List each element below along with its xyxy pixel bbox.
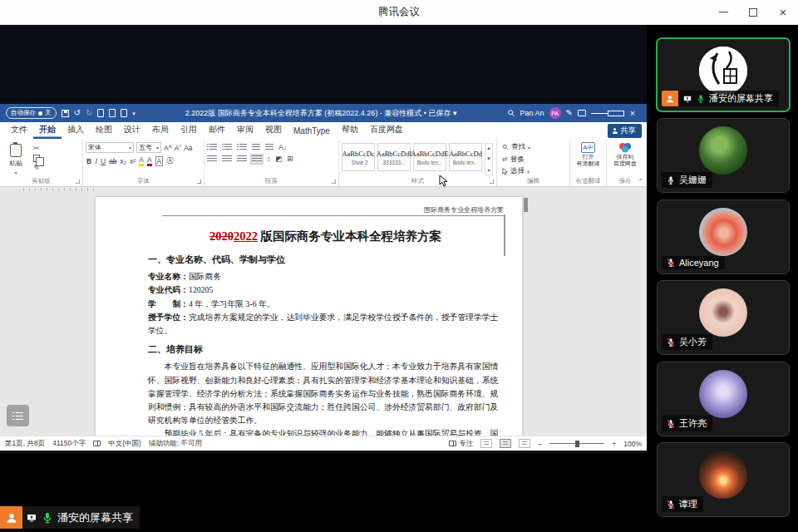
select-button[interactable]: 选择▾ xyxy=(502,166,567,176)
styles-dialog-launcher[interactable] xyxy=(490,180,494,184)
align-left-icon[interactable] xyxy=(207,155,217,163)
font-color-button[interactable]: A xyxy=(147,155,152,166)
word-restore-button[interactable] xyxy=(608,109,624,118)
font-name-combobox[interactable]: 宋体▾ xyxy=(86,142,134,153)
user-avatar[interactable]: PA xyxy=(549,107,561,119)
copy-icon[interactable] xyxy=(33,155,40,162)
participant-tile[interactable]: 潘安的屏幕共享 xyxy=(656,37,791,112)
sort-icon[interactable]: A↓ xyxy=(278,143,287,151)
paste-button[interactable]: 粘贴 ▾ xyxy=(2,142,29,175)
word-minimize-button[interactable] xyxy=(591,109,608,118)
read-mode-button[interactable] xyxy=(480,439,492,448)
youdao-open-button[interactable]: 打开 有道翻译 xyxy=(577,154,600,167)
tab-design[interactable]: 设计 xyxy=(118,121,146,139)
borders-icon[interactable]: ⊞ xyxy=(287,155,293,163)
word-count[interactable]: 41150个字 xyxy=(52,439,86,449)
ribbon-options-icon[interactable] xyxy=(578,110,586,116)
tab-help[interactable]: 帮助 xyxy=(336,121,364,139)
tab-layout[interactable]: 布局 xyxy=(146,121,175,139)
change-case-icon[interactable]: Aa xyxy=(184,144,192,152)
zoom-slider-thumb[interactable] xyxy=(575,441,579,447)
undo-icon[interactable]: ↺ xyxy=(74,109,81,117)
proofing-icon[interactable] xyxy=(93,441,101,446)
print-icon[interactable] xyxy=(121,109,127,117)
participant-tile[interactable]: Aliceyang xyxy=(657,200,790,274)
italic-button[interactable]: I xyxy=(95,157,97,165)
tab-references[interactable]: 引用 xyxy=(175,121,203,139)
strikethrough-button[interactable]: ab xyxy=(109,157,116,165)
style-card[interactable]: AaBbCcDdI 333333... xyxy=(377,143,411,171)
maximize-button[interactable] xyxy=(738,0,768,24)
word-share-button[interactable]: 共享 xyxy=(608,124,642,138)
tab-mathtype[interactable]: MathType xyxy=(288,124,336,139)
redo-icon[interactable]: ↻ xyxy=(86,109,92,117)
print-layout-button[interactable] xyxy=(500,439,511,448)
shading-icon[interactable]: ◩ xyxy=(275,155,282,163)
floating-list-button[interactable] xyxy=(7,405,29,426)
tab-insert[interactable]: 插入 xyxy=(62,121,90,139)
circle-char-button[interactable]: Ⓐ xyxy=(166,156,174,166)
minimize-button[interactable] xyxy=(708,0,738,24)
align-center-icon[interactable] xyxy=(222,155,232,163)
number-list-icon[interactable] xyxy=(222,144,232,151)
styles-gallery-arrows[interactable]: ▲▼▾ xyxy=(485,143,493,175)
participant-tile[interactable]: 谭理 xyxy=(657,442,790,517)
search-icon[interactable] xyxy=(507,109,515,117)
clipboard-dialog-launcher[interactable] xyxy=(76,180,80,184)
document-page[interactable]: 国际商务专业全程培养方案 20202022 版国际商务专业本科全程培养方案 一、… xyxy=(96,197,522,436)
pen-icon[interactable]: ✎ xyxy=(566,109,573,117)
focus-mode-button[interactable]: 专注 xyxy=(449,439,473,449)
find-button[interactable]: 查找▾ xyxy=(502,142,567,152)
multilevel-list-icon[interactable] xyxy=(237,144,247,151)
paragraph-dialog-launcher[interactable] xyxy=(332,180,336,184)
underline-button[interactable]: U xyxy=(101,157,106,165)
close-button[interactable]: × xyxy=(768,0,798,24)
tab-home[interactable]: 开始 xyxy=(33,121,62,139)
tab-baidu-netdisk[interactable]: 百度网盘 xyxy=(364,121,409,139)
participant-tile[interactable]: 吴小芳 xyxy=(657,280,790,355)
accessibility-status[interactable]: 辅助功能: 不可用 xyxy=(149,439,202,449)
font-size-combobox[interactable]: 五号▾ xyxy=(136,142,161,153)
autosave-toggle[interactable]: 自动保存 关 xyxy=(6,107,57,119)
font-dialog-launcher[interactable] xyxy=(197,180,201,184)
char-border-button[interactable]: A xyxy=(155,156,164,166)
justify-icon[interactable] xyxy=(252,155,262,163)
style-card[interactable]: AaBbCcDd Body tex... xyxy=(449,143,482,171)
baidu-netdisk-icon[interactable] xyxy=(618,142,633,153)
superscript-button[interactable]: x² xyxy=(130,157,135,165)
subscript-button[interactable]: x₂ xyxy=(121,157,127,165)
grow-font-icon[interactable]: A^ xyxy=(164,144,172,152)
page-indicator[interactable]: 第1页, 共8页 xyxy=(5,439,45,449)
tab-file[interactable]: 文件 xyxy=(5,121,33,139)
zoom-out-button[interactable]: − xyxy=(538,440,542,448)
web-layout-button[interactable] xyxy=(519,439,530,448)
new-doc-icon[interactable] xyxy=(97,109,104,117)
align-right-icon[interactable] xyxy=(237,155,247,163)
bullet-list-icon[interactable] xyxy=(207,144,217,151)
cut-icon[interactable]: ✂ xyxy=(33,145,40,152)
bold-button[interactable]: B xyxy=(86,157,91,165)
youdao-translate-icon[interactable]: A中 xyxy=(581,142,595,153)
zoom-percent[interactable]: 100% xyxy=(623,440,642,448)
tab-review[interactable]: 审阅 xyxy=(231,121,259,139)
user-name[interactable]: Pan An xyxy=(520,109,544,117)
open-doc-icon[interactable] xyxy=(109,109,116,117)
decrease-indent-icon[interactable] xyxy=(252,144,260,151)
tab-draw[interactable]: 绘图 xyxy=(90,121,118,139)
participant-tile[interactable]: 王许亮 xyxy=(657,362,790,436)
style-card[interactable]: AaBbCcDc _Style 2 xyxy=(342,143,375,171)
save-icon[interactable] xyxy=(62,110,69,117)
zoom-slider[interactable] xyxy=(549,443,604,444)
document-canvas[interactable]: 国际商务专业全程培养方案 20202022 版国际商务专业本科全程培养方案 一、… xyxy=(0,187,647,436)
line-spacing-icon[interactable]: ↕ xyxy=(267,155,270,163)
qat-dropdown-icon[interactable]: ▾ xyxy=(132,111,135,116)
participant-tile[interactable]: 吴姗姗 xyxy=(657,118,790,193)
replace-button[interactable]: ⇄ 替换 xyxy=(502,155,567,165)
zoom-in-button[interactable]: + xyxy=(612,440,616,448)
highlight-button[interactable]: A xyxy=(139,155,144,166)
tab-mailings[interactable]: 邮件 xyxy=(203,121,231,139)
baidu-save-button[interactable]: 保存到 百度网盘 xyxy=(613,154,637,167)
document-scrollbar-thumb[interactable] xyxy=(524,198,528,212)
shrink-font-icon[interactable]: Aˇ xyxy=(175,144,182,152)
word-close-button[interactable]: × xyxy=(624,109,641,118)
